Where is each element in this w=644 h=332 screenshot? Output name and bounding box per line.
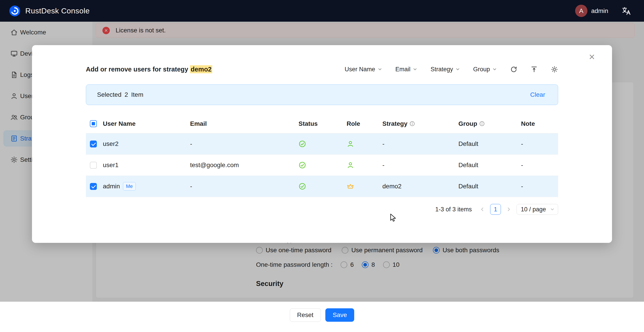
filter-group[interactable]: Group: [473, 66, 497, 73]
filter-label: Email: [395, 66, 410, 73]
col-header-label: Strategy: [382, 120, 408, 127]
chevron-down-icon: [492, 67, 497, 72]
modal-header: Add or remove users for strategy demo2 U…: [86, 64, 558, 75]
role-user-icon: [346, 161, 354, 169]
status-ok-icon: [298, 183, 306, 190]
table-row-user2[interactable]: user2 - - Default -: [86, 133, 558, 155]
cell-note: -: [518, 162, 558, 169]
app-root: RustDesk Console A admin Welcome Devices…: [0, 0, 644, 332]
selection-count: 2: [124, 91, 128, 98]
next-page-button[interactable]: [505, 204, 512, 215]
modal-title: Add or remove users for strategy demo2: [86, 66, 212, 73]
selection-bar: Selected 2 Item Clear: [86, 84, 558, 105]
me-badge: Me: [123, 182, 136, 191]
chevron-down-icon: [412, 67, 418, 72]
table-row-admin[interactable]: admin Me - demo2 Default -: [86, 176, 558, 197]
cell-user-name: user2: [99, 140, 186, 147]
cell-user-name: user1: [99, 162, 186, 169]
cell-note: -: [518, 140, 558, 147]
status-ok-icon: [298, 140, 306, 148]
cell-group: Default: [455, 140, 518, 147]
role-admin-crown-icon: [346, 183, 354, 190]
col-header-group: Group: [455, 120, 518, 127]
add-remove-users-modal: Add or remove users for strategy demo2 U…: [32, 45, 612, 243]
header-user-area: A admin: [575, 5, 631, 17]
save-button[interactable]: Save: [325, 308, 354, 322]
row-checkbox-unchecked[interactable]: [90, 162, 97, 169]
filter-user-name[interactable]: User Name: [344, 66, 382, 73]
cell-email: -: [186, 183, 295, 190]
selection-prefix: Selected: [97, 91, 122, 98]
page-size-select[interactable]: 10 / page: [516, 204, 558, 215]
filter-label: User Name: [344, 66, 375, 73]
col-header-note: Note: [518, 120, 558, 127]
page-footer: Reset Save: [0, 302, 644, 332]
clear-selection-link[interactable]: Clear: [530, 91, 545, 98]
selection-suffix: Item: [131, 91, 143, 98]
refresh-icon[interactable]: [510, 66, 518, 73]
role-user-icon: [346, 140, 354, 148]
username[interactable]: admin: [591, 7, 608, 14]
filter-label: Group: [473, 66, 490, 73]
chevron-left-icon: [480, 206, 485, 212]
pagination-total: 1-3 of 3 items: [435, 206, 472, 213]
prev-page-button[interactable]: [478, 204, 486, 215]
page-number-1[interactable]: 1: [490, 204, 501, 215]
col-header-email: Email: [186, 120, 295, 127]
selection-summary: Selected 2 Item: [97, 91, 143, 98]
cell-email: test@google.com: [186, 162, 295, 169]
cell-strategy: demo2: [379, 183, 455, 190]
strategy-name-highlight: demo2: [190, 65, 212, 73]
mouse-cursor: [388, 213, 398, 223]
cell-strategy: -: [379, 162, 455, 169]
filter-strategy[interactable]: Strategy: [430, 66, 460, 73]
column-settings-gear-icon[interactable]: [551, 66, 558, 73]
cell-user-name: admin: [103, 183, 120, 190]
pagination: 1-3 of 3 items 1 10 / page: [435, 204, 558, 215]
rustdesk-logo-icon: [8, 4, 21, 17]
users-table: User Name Email Status Role Strategy Gro…: [86, 114, 558, 197]
col-header-role: Role: [343, 120, 379, 127]
col-header-label: Group: [458, 120, 477, 127]
modal-filters: User Name Email Strategy Group: [344, 66, 558, 73]
chevron-down-icon: [550, 207, 555, 212]
status-ok-icon: [298, 161, 306, 169]
close-icon[interactable]: [586, 51, 597, 62]
modal-title-text: Add or remove users for strategy: [86, 66, 190, 73]
cell-group: Default: [455, 162, 518, 169]
row-checkbox-checked[interactable]: [90, 183, 97, 190]
vertical-align-icon[interactable]: [530, 66, 538, 73]
cell-strategy: -: [379, 140, 455, 147]
chevron-down-icon: [455, 67, 460, 72]
table-row-user1[interactable]: user1 test@google.com - Default -: [86, 155, 558, 176]
chevron-right-icon: [506, 206, 512, 212]
translate-language-icon[interactable]: [622, 6, 631, 16]
filter-label: Strategy: [430, 66, 453, 73]
cell-note: -: [518, 183, 558, 190]
cell-group: Default: [455, 183, 518, 190]
select-all-checkbox[interactable]: [90, 120, 97, 127]
page-size-value: 10 / page: [521, 206, 546, 213]
filter-email[interactable]: Email: [395, 66, 418, 73]
info-circle-icon[interactable]: [479, 121, 485, 126]
table-header-row: User Name Email Status Role Strategy Gro…: [86, 114, 558, 133]
col-header-strategy: Strategy: [379, 120, 455, 127]
col-header-user-name: User Name: [99, 120, 186, 127]
avatar[interactable]: A: [575, 5, 588, 17]
row-checkbox-checked[interactable]: [90, 141, 97, 147]
info-circle-icon[interactable]: [410, 121, 415, 126]
reset-button[interactable]: Reset: [290, 308, 321, 322]
cell-email: -: [186, 140, 295, 147]
app-title: RustDesk Console: [25, 6, 90, 15]
app-header: RustDesk Console A admin: [0, 0, 644, 22]
col-header-status: Status: [295, 120, 343, 127]
chevron-down-icon: [378, 67, 382, 72]
